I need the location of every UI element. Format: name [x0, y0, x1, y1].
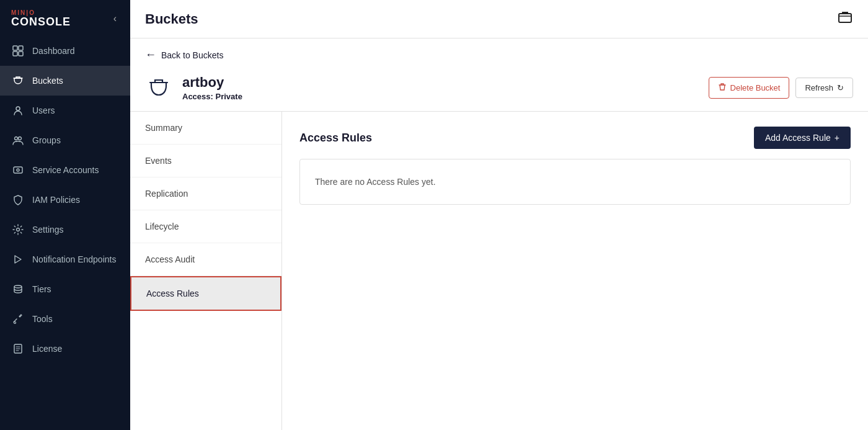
- svg-rect-0: [13, 46, 17, 50]
- empty-message: There are no Access Rules yet.: [315, 177, 436, 187]
- sidebar-nav: Dashboard Buckets Users: [0, 36, 130, 430]
- sidebar-item-label-groups: Groups: [32, 135, 61, 145]
- empty-state: There are no Access Rules yet.: [299, 159, 851, 205]
- sidebar-item-label-service-accounts: Service Accounts: [32, 165, 99, 175]
- notification-endpoints-icon: [11, 253, 25, 266]
- tab-menu: Summary Events Replication Lifecycle Acc…: [130, 112, 282, 430]
- add-access-rule-icon: +: [835, 133, 839, 143]
- add-access-rule-label: Add Access Rule: [765, 133, 831, 143]
- right-panel: Access Rules Add Access Rule + There are…: [282, 112, 868, 430]
- panel-header: Access Rules Add Access Rule +: [299, 127, 851, 149]
- dashboard-icon: [11, 44, 25, 58]
- svg-rect-13: [839, 14, 851, 22]
- svg-rect-2: [13, 52, 17, 56]
- tab-summary[interactable]: Summary: [130, 112, 281, 145]
- add-access-rule-button[interactable]: Add Access Rule +: [754, 127, 851, 149]
- license-icon: [11, 342, 25, 356]
- bucket-header-icon: [837, 9, 853, 29]
- groups-icon: [11, 133, 25, 147]
- panel-title: Access Rules: [299, 132, 372, 145]
- sidebar-item-label-dashboard: Dashboard: [32, 46, 75, 56]
- sidebar-item-label-tools: Tools: [32, 314, 53, 324]
- svg-point-4: [16, 107, 20, 110]
- delete-icon: [718, 83, 727, 93]
- bucket-info-row: artboy Access: Private Delete Bucket: [130, 68, 868, 111]
- sidebar-item-label-notification-endpoints: Notification Endpoints: [32, 254, 116, 264]
- sidebar-item-label-iam-policies: IAM Policies: [32, 195, 80, 205]
- bucket-actions: Delete Bucket Refresh ↻: [709, 77, 853, 99]
- sidebar-item-tiers[interactable]: Tiers: [0, 274, 130, 304]
- service-accounts-icon: [11, 163, 25, 177]
- sidebar-item-label-users: Users: [32, 105, 55, 115]
- back-nav[interactable]: ← Back to Buckets: [130, 38, 868, 68]
- svg-point-5: [15, 137, 18, 140]
- page-title: Buckets: [145, 11, 198, 27]
- buckets-icon: [11, 74, 25, 87]
- sidebar-item-license[interactable]: License: [0, 334, 130, 364]
- sidebar-logo: MIN|O CONSOLE ‹: [0, 0, 130, 36]
- refresh-label: Refresh: [805, 83, 833, 92]
- sidebar-collapse-button[interactable]: ‹: [111, 11, 119, 27]
- svg-point-9: [17, 228, 20, 231]
- sidebar-item-label-tiers: Tiers: [32, 284, 51, 294]
- bucket-name: artboy: [182, 74, 242, 91]
- sidebar-item-service-accounts[interactable]: Service Accounts: [0, 155, 130, 185]
- sidebar-item-label-settings: Settings: [32, 225, 64, 235]
- content-area: ← Back to Buckets artboy Access: Priva: [130, 38, 868, 430]
- sidebar-item-iam-policies[interactable]: IAM Policies: [0, 185, 130, 215]
- svg-point-10: [14, 285, 22, 288]
- logo: MIN|O CONSOLE: [11, 10, 71, 27]
- sidebar-item-tools[interactable]: Tools: [0, 304, 130, 334]
- svg-point-11: [14, 322, 16, 324]
- sidebar-item-users[interactable]: Users: [0, 96, 130, 125]
- sidebar-item-label-buckets: Buckets: [32, 76, 63, 86]
- delete-bucket-label: Delete Bucket: [730, 83, 781, 92]
- sidebar-item-settings[interactable]: Settings: [0, 215, 130, 244]
- sidebar-item-notification-endpoints[interactable]: Notification Endpoints: [0, 244, 130, 274]
- sidebar-item-groups[interactable]: Groups: [0, 125, 130, 155]
- tab-access-rules[interactable]: Access Rules: [130, 276, 281, 311]
- bucket-info-left: artboy Access: Private: [145, 74, 242, 101]
- svg-point-8: [17, 169, 19, 171]
- tiers-icon: [11, 282, 25, 296]
- tab-replication[interactable]: Replication: [130, 177, 281, 210]
- tab-access-audit[interactable]: Access Audit: [130, 243, 281, 276]
- sidebar-item-dashboard[interactable]: Dashboard: [0, 36, 130, 66]
- svg-rect-7: [14, 167, 22, 173]
- sidebar-item-buckets[interactable]: Buckets: [0, 66, 130, 96]
- refresh-button[interactable]: Refresh ↻: [795, 78, 853, 98]
- svg-rect-3: [19, 52, 23, 56]
- top-header: Buckets: [130, 0, 868, 38]
- tab-events[interactable]: Events: [130, 145, 281, 177]
- svg-point-6: [19, 137, 22, 140]
- svg-rect-1: [19, 46, 23, 50]
- bucket-icon: [145, 74, 172, 101]
- logo-console: CONSOLE: [11, 16, 71, 27]
- main-content: Buckets ← Back to Buckets: [130, 0, 868, 430]
- back-arrow-icon: ←: [145, 48, 156, 61]
- bucket-meta: artboy Access: Private: [182, 74, 242, 101]
- delete-bucket-button[interactable]: Delete Bucket: [709, 77, 790, 99]
- iam-policies-icon: [11, 193, 25, 207]
- tools-icon: [11, 312, 25, 326]
- tab-content-layout: Summary Events Replication Lifecycle Acc…: [130, 111, 868, 430]
- bucket-access: Access: Private: [182, 92, 242, 101]
- back-nav-label: Back to Buckets: [161, 50, 223, 60]
- tab-lifecycle[interactable]: Lifecycle: [130, 210, 281, 243]
- sidebar-item-label-license: License: [32, 344, 62, 354]
- sidebar: MIN|O CONSOLE ‹ Dashboard: [0, 0, 130, 430]
- users-icon: [11, 104, 25, 117]
- refresh-icon: ↻: [837, 83, 844, 92]
- settings-icon: [11, 223, 25, 236]
